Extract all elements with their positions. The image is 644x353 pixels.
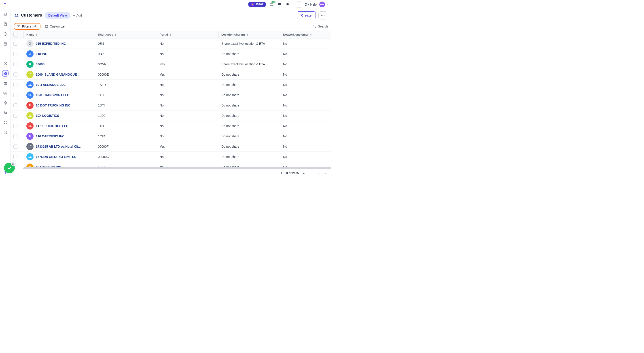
table-row: 0096980OVRYesShare exact live location &… <box>11 59 331 69</box>
row-name-cell: 1L10-8 TRANSPORT LLC <box>24 90 95 100</box>
topbar-right: ⚡ 35907 38 Help MM ▼ <box>248 1 328 8</box>
row-name-link[interactable]: 11 11 LOGISTICS LLC <box>36 124 68 128</box>
row-name-link[interactable]: 116 CARRIERS INC <box>36 134 64 138</box>
row-network-customer: No <box>280 90 331 100</box>
user-menu[interactable]: MM ▼ <box>319 2 328 8</box>
view-selector[interactable]: Default View <box>45 12 70 19</box>
points-badge[interactable]: ⚡ 35907 <box>248 2 266 7</box>
sidebar-billing-icon[interactable] <box>2 60 8 67</box>
row-location-sharing: Do not share <box>219 141 280 151</box>
row-name-cell: 1I10 DOT TRUCKING INC <box>24 100 95 110</box>
row-network-customer: No <box>280 152 331 162</box>
sidebar-tools-icon[interactable] <box>2 119 8 126</box>
column-short-code-label: Short code <box>98 33 113 36</box>
row-name-link[interactable]: 018 INC <box>36 52 47 56</box>
table: Name▲▼ Short code▲▼ Portal▲▼ Location sh… <box>11 31 331 177</box>
row-checkbox-cell <box>11 141 24 151</box>
row-name-link[interactable]: 1000 ISLAND GANANOQUE ... <box>36 73 80 76</box>
row-short-code: 00000F <box>95 141 157 151</box>
sidebar-package-icon[interactable] <box>2 100 8 106</box>
column-network-customer[interactable]: Network customer▲▼ <box>280 31 331 38</box>
customize-button[interactable]: Customize <box>45 25 64 28</box>
row-checkbox-cell <box>11 49 24 59</box>
row-checkbox[interactable] <box>14 114 18 118</box>
row-location-sharing: Do not share <box>219 111 280 121</box>
page-prev-button[interactable]: ‹ <box>309 171 313 175</box>
row-name-link[interactable]: 10 DOT TRUCKING INC <box>36 104 70 107</box>
row-name-link[interactable]: 10X LOGISTICS <box>36 114 59 117</box>
success-fab[interactable]: 3 <box>4 163 15 173</box>
table-row: 1L1776855 ONTARIO LIMITED00000GNoDo not … <box>11 152 331 162</box>
sidebar-settings-icon[interactable] <box>2 129 8 136</box>
page-next-button[interactable]: › <box>316 171 320 175</box>
row-avatar: 0 <box>26 61 34 68</box>
row-name-link[interactable]: 015 EXPEDITED INC <box>36 42 66 46</box>
row-portal: Yes <box>157 69 219 79</box>
row-location-sharing: Do not share <box>219 90 280 100</box>
row-portal: Yes <box>157 141 219 151</box>
sidebar-customers-icon[interactable] <box>2 70 8 77</box>
sidebar-truck-icon[interactable] <box>2 90 8 96</box>
row-checkbox[interactable] <box>14 103 18 107</box>
row-checkbox[interactable] <box>14 42 18 46</box>
sidebar-users-icon[interactable] <box>2 110 8 116</box>
svg-point-2 <box>299 3 299 4</box>
inbox-icon[interactable]: 38 <box>269 2 274 7</box>
bell-icon[interactable] <box>285 2 290 7</box>
row-checkbox[interactable] <box>14 73 18 77</box>
apps-icon[interactable] <box>296 1 302 8</box>
horizontal-scrollbar[interactable] <box>11 167 331 169</box>
filters-label: Filters <box>22 25 31 28</box>
column-portal[interactable]: Portal▲▼ <box>157 31 219 38</box>
filters-button[interactable]: Filters 0 <box>14 23 40 30</box>
row-short-code: 00000E <box>95 69 157 79</box>
more-menu-button[interactable] <box>318 12 327 20</box>
row-short-code: 0I42 <box>95 49 157 59</box>
svg-text:31: 31 <box>5 44 6 45</box>
row-checkbox[interactable] <box>14 134 18 138</box>
search-button[interactable]: Search <box>312 25 328 28</box>
sidebar-inbox-icon[interactable] <box>2 11 8 18</box>
app-logo-icon[interactable] <box>3 2 7 7</box>
row-name-link[interactable]: 09698 <box>36 62 44 66</box>
row-network-customer: No <box>280 131 331 141</box>
column-location-sharing[interactable]: Location sharing▲▼ <box>219 31 280 38</box>
main: Customers Default View + Add Create Filt… <box>11 9 331 177</box>
page-last-button[interactable]: » <box>323 171 327 175</box>
row-checkbox[interactable] <box>14 145 18 149</box>
column-name[interactable]: Name▲▼ <box>24 31 95 38</box>
table-row: 1L10-4 ALLIANCE LLC1ALDNoDo not shareNo <box>11 80 331 90</box>
sidebar-document-icon[interactable] <box>2 21 8 27</box>
row-checkbox[interactable] <box>14 83 18 87</box>
table-body[interactable]: 0I015 EXPEDITED INC0EI1NoShare exact liv… <box>11 39 331 167</box>
row-name-cell: 1L11 11 LOGISTICS LLC <box>24 121 95 131</box>
row-name-link[interactable]: 1776855 ONTARIO LIMITED <box>36 155 76 159</box>
page-first-button[interactable]: « <box>302 171 306 175</box>
select-all-checkbox[interactable] <box>14 33 18 37</box>
row-checkbox[interactable] <box>14 124 18 128</box>
sidebar-globe-icon[interactable] <box>2 31 8 37</box>
sidebar-analytics-icon[interactable] <box>2 51 8 57</box>
add-view-button[interactable]: + Add <box>73 14 82 17</box>
row-checkbox[interactable] <box>14 62 18 66</box>
row-checkbox[interactable] <box>14 93 18 97</box>
svg-point-28 <box>4 121 4 122</box>
row-checkbox[interactable] <box>14 155 18 159</box>
row-name-link[interactable]: 1733265 AB LTD oa Hotel Cli... <box>36 145 81 148</box>
chat-icon[interactable] <box>277 2 282 7</box>
pagination-range: 1 - 50 of 2685 <box>280 171 299 175</box>
filters-count: 0 <box>33 25 37 28</box>
scrollbar-thumb[interactable] <box>23 167 331 169</box>
create-button[interactable]: Create <box>297 12 316 19</box>
row-name-link[interactable]: 10-4 ALLIANCE LLC <box>36 83 66 87</box>
sort-icon: ▲▼ <box>169 34 172 36</box>
toolbar: Filters 0 Customize Search <box>11 22 331 31</box>
svg-point-37 <box>324 15 324 16</box>
row-name-link[interactable]: 10-8 TRANSPORT LLC <box>36 93 69 97</box>
sidebar-calendar-icon[interactable]: 31 <box>2 41 8 47</box>
sidebar-archive-icon[interactable] <box>2 80 8 86</box>
column-short-code[interactable]: Short code▲▼ <box>95 31 157 38</box>
row-name-link[interactable]: 18 EXPRESS INC <box>36 165 61 167</box>
help-button[interactable]: Help <box>305 3 317 7</box>
row-checkbox[interactable] <box>14 52 18 56</box>
